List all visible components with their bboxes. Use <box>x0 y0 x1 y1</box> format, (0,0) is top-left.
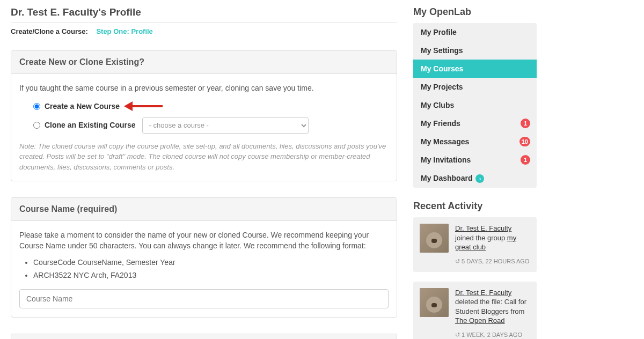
format-example-2: ARCH3522 NYC Arch, FA2013 <box>33 270 389 281</box>
sidebar-item-label: My Clubs <box>421 101 454 109</box>
sidebar-item-my-clubs[interactable]: My Clubs <box>413 96 537 114</box>
choose-course-select[interactable]: - choose a course - <box>142 117 309 134</box>
create-new-radio[interactable] <box>33 103 40 110</box>
invitations-badge: 1 <box>521 155 530 165</box>
breadcrumb: Create/Clone a Course: Step One: Profile <box>11 27 397 35</box>
sidebar-item-label: My Invitations <box>421 156 471 164</box>
activity-item: Dr. Test E. Faculty joined the group my … <box>413 217 537 271</box>
create-new-label: Create a New Course <box>45 101 120 112</box>
activity-user-link[interactable]: Dr. Test E. Faculty <box>455 224 511 232</box>
course-description-panel: Course Description (required) <box>11 334 397 339</box>
course-name-heading: Course Name (required) <box>11 198 397 221</box>
sidebar-item-my-projects[interactable]: My Projects <box>413 78 537 96</box>
sidebar-item-label: My Messages <box>421 137 469 146</box>
avatar[interactable] <box>420 224 449 253</box>
activity-time: 5 DAYS, 22 HOURS AGO <box>455 257 530 266</box>
clone-note: Note: The cloned course will copy the co… <box>19 141 389 173</box>
avatar[interactable] <box>420 288 449 317</box>
course-name-intro: Please take a moment to consider the nam… <box>19 230 389 252</box>
messages-badge: 10 <box>519 137 530 146</box>
sidebar-item-my-settings[interactable]: My Settings <box>413 41 537 60</box>
course-name-panel: Course Name (required) Please take a mom… <box>11 197 397 318</box>
sidebar-item-my-invitations[interactable]: My Invitations1 <box>413 151 537 169</box>
page-title: Dr. Test E. Faculty's Profile <box>11 6 397 23</box>
pointer-arrow-icon <box>124 101 163 111</box>
sidebar-item-label: My Settings <box>421 46 463 55</box>
course-description-heading: Course Description (required) <box>11 334 397 339</box>
sidebar-item-label: My Courses <box>421 64 463 73</box>
recent-activity-title: Recent Activity <box>413 201 537 212</box>
activity-action: deleted the file: Call for Student Blogg… <box>455 298 526 315</box>
clone-existing-radio[interactable] <box>33 122 40 129</box>
breadcrumb-label: Create/Clone a Course: <box>11 27 88 35</box>
sidebar-nav: My Profile My Settings My Courses My Pro… <box>413 23 537 188</box>
create-clone-heading: Create New or Clone Existing? <box>11 51 397 74</box>
sidebar-item-my-friends[interactable]: My Friends1 <box>413 114 537 132</box>
create-clone-intro: If you taught the same course in a previ… <box>19 83 389 93</box>
sidebar-item-my-profile[interactable]: My Profile <box>413 23 537 41</box>
sidebar-item-label: My Projects <box>421 83 463 91</box>
clone-existing-label: Clone an Existing Course <box>45 120 136 130</box>
activity-user-link[interactable]: Dr. Test E. Faculty <box>455 289 511 297</box>
sidebar-item-label: My Dashboard <box>421 174 472 182</box>
sidebar-item-my-courses[interactable]: My Courses <box>413 60 537 78</box>
course-name-input[interactable] <box>19 289 389 308</box>
format-example-1: CourseCode CourseName, Semester Year <box>33 257 389 268</box>
sidebar-item-label: My Friends <box>421 119 460 128</box>
sidebar-item-my-messages[interactable]: My Messages10 <box>413 132 537 151</box>
activity-action: joined the group <box>455 234 507 242</box>
friends-badge: 1 <box>521 119 530 128</box>
chevron-right-icon: › <box>475 174 484 183</box>
activity-item: Dr. Test E. Faculty deleted the file: Ca… <box>413 282 537 339</box>
create-clone-panel: Create New or Clone Existing? If you tau… <box>11 50 397 181</box>
sidebar-title: My OpenLab <box>413 6 537 18</box>
breadcrumb-step: Step One: Profile <box>96 27 152 35</box>
activity-time: 1 WEEK, 2 DAYS AGO <box>455 331 530 339</box>
sidebar-item-label: My Profile <box>421 28 457 36</box>
activity-target-link[interactable]: The Open Road <box>455 316 505 325</box>
sidebar-item-my-dashboard[interactable]: My Dashboard› <box>413 169 537 188</box>
